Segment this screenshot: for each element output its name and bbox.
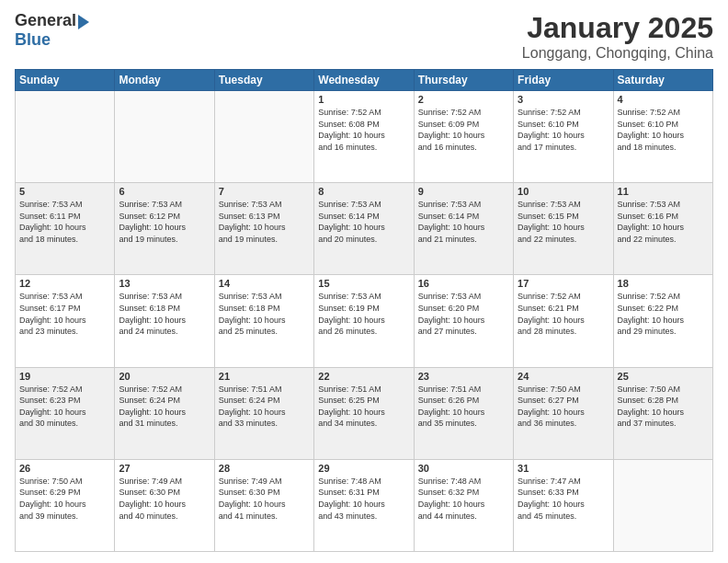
day-info: Sunrise: 7:52 AM Sunset: 6:10 PM Dayligh… xyxy=(618,107,709,153)
day-info: Sunrise: 7:53 AM Sunset: 6:14 PM Dayligh… xyxy=(318,199,409,245)
calendar-cell: 1Sunrise: 7:52 AM Sunset: 6:08 PM Daylig… xyxy=(314,91,414,183)
calendar-cell: 20Sunrise: 7:52 AM Sunset: 6:24 PM Dayli… xyxy=(115,367,214,459)
day-number: 7 xyxy=(219,186,310,197)
header: General Blue January 2025 Longgang, Chon… xyxy=(15,11,713,62)
calendar-cell: 21Sunrise: 7:51 AM Sunset: 6:24 PM Dayli… xyxy=(214,367,313,459)
day-info: Sunrise: 7:52 AM Sunset: 6:09 PM Dayligh… xyxy=(418,107,509,153)
day-info: Sunrise: 7:52 AM Sunset: 6:21 PM Dayligh… xyxy=(518,291,609,337)
day-info: Sunrise: 7:51 AM Sunset: 6:26 PM Dayligh… xyxy=(418,384,509,430)
day-info: Sunrise: 7:53 AM Sunset: 6:20 PM Dayligh… xyxy=(418,291,509,337)
day-number: 11 xyxy=(618,186,709,197)
day-number: 18 xyxy=(618,278,709,289)
day-info: Sunrise: 7:53 AM Sunset: 6:15 PM Dayligh… xyxy=(518,199,609,245)
day-number: 23 xyxy=(418,371,509,382)
day-number: 27 xyxy=(119,463,210,474)
calendar-cell: 26Sunrise: 7:50 AM Sunset: 6:29 PM Dayli… xyxy=(16,459,115,551)
calendar-cell: 27Sunrise: 7:49 AM Sunset: 6:30 PM Dayli… xyxy=(115,459,214,551)
day-number: 19 xyxy=(19,371,110,382)
day-number: 16 xyxy=(418,278,509,289)
day-info: Sunrise: 7:48 AM Sunset: 6:31 PM Dayligh… xyxy=(318,476,409,522)
day-number: 6 xyxy=(119,186,210,197)
calendar-cell: 17Sunrise: 7:52 AM Sunset: 6:21 PM Dayli… xyxy=(514,275,613,367)
calendar-cell: 11Sunrise: 7:53 AM Sunset: 6:16 PM Dayli… xyxy=(613,183,712,275)
week-row-5: 26Sunrise: 7:50 AM Sunset: 6:29 PM Dayli… xyxy=(16,459,713,551)
day-number: 30 xyxy=(418,463,509,474)
day-number: 3 xyxy=(518,94,609,105)
day-info: Sunrise: 7:53 AM Sunset: 6:18 PM Dayligh… xyxy=(219,291,310,337)
day-info: Sunrise: 7:51 AM Sunset: 6:25 PM Dayligh… xyxy=(318,384,409,430)
calendar-cell: 18Sunrise: 7:52 AM Sunset: 6:22 PM Dayli… xyxy=(613,275,712,367)
month-title: January 2025 xyxy=(522,11,713,45)
calendar-cell: 19Sunrise: 7:52 AM Sunset: 6:23 PM Dayli… xyxy=(16,367,115,459)
page: General Blue January 2025 Longgang, Chon… xyxy=(0,0,728,563)
day-info: Sunrise: 7:49 AM Sunset: 6:30 PM Dayligh… xyxy=(219,476,310,522)
header-wednesday: Wednesday xyxy=(314,70,414,91)
logo-blue-text: Blue xyxy=(15,30,51,50)
calendar-table: Sunday Monday Tuesday Wednesday Thursday… xyxy=(15,69,713,552)
day-number: 5 xyxy=(19,186,110,197)
day-info: Sunrise: 7:53 AM Sunset: 6:16 PM Dayligh… xyxy=(618,199,709,245)
calendar-cell: 2Sunrise: 7:52 AM Sunset: 6:09 PM Daylig… xyxy=(414,91,513,183)
calendar-cell: 3Sunrise: 7:52 AM Sunset: 6:10 PM Daylig… xyxy=(514,91,613,183)
calendar-cell: 6Sunrise: 7:53 AM Sunset: 6:12 PM Daylig… xyxy=(115,183,214,275)
day-number: 10 xyxy=(518,186,609,197)
calendar-cell xyxy=(613,459,712,551)
day-number: 26 xyxy=(19,463,110,474)
day-number: 17 xyxy=(518,278,609,289)
calendar-cell: 12Sunrise: 7:53 AM Sunset: 6:17 PM Dayli… xyxy=(16,275,115,367)
day-info: Sunrise: 7:47 AM Sunset: 6:33 PM Dayligh… xyxy=(518,476,609,522)
calendar-cell xyxy=(214,91,313,183)
header-sunday: Sunday xyxy=(16,70,115,91)
calendar-cell: 15Sunrise: 7:53 AM Sunset: 6:19 PM Dayli… xyxy=(314,275,414,367)
header-tuesday: Tuesday xyxy=(214,70,313,91)
calendar-cell: 22Sunrise: 7:51 AM Sunset: 6:25 PM Dayli… xyxy=(314,367,414,459)
day-info: Sunrise: 7:52 AM Sunset: 6:08 PM Dayligh… xyxy=(318,107,409,153)
day-number: 31 xyxy=(518,463,609,474)
day-number: 24 xyxy=(518,371,609,382)
day-info: Sunrise: 7:53 AM Sunset: 6:18 PM Dayligh… xyxy=(119,291,210,337)
day-info: Sunrise: 7:53 AM Sunset: 6:11 PM Dayligh… xyxy=(19,199,110,245)
day-number: 21 xyxy=(219,371,310,382)
logo-general-text: General xyxy=(15,11,76,30)
day-info: Sunrise: 7:53 AM Sunset: 6:14 PM Dayligh… xyxy=(418,199,509,245)
day-info: Sunrise: 7:52 AM Sunset: 6:22 PM Dayligh… xyxy=(618,291,709,337)
calendar-cell: 23Sunrise: 7:51 AM Sunset: 6:26 PM Dayli… xyxy=(414,367,513,459)
day-number: 1 xyxy=(318,94,409,105)
day-number: 14 xyxy=(219,278,310,289)
calendar-cell xyxy=(115,91,214,183)
calendar-cell: 24Sunrise: 7:50 AM Sunset: 6:27 PM Dayli… xyxy=(514,367,613,459)
day-info: Sunrise: 7:50 AM Sunset: 6:29 PM Dayligh… xyxy=(19,476,110,522)
day-info: Sunrise: 7:53 AM Sunset: 6:13 PM Dayligh… xyxy=(219,199,310,245)
calendar-cell: 5Sunrise: 7:53 AM Sunset: 6:11 PM Daylig… xyxy=(16,183,115,275)
day-info: Sunrise: 7:52 AM Sunset: 6:10 PM Dayligh… xyxy=(518,107,609,153)
day-info: Sunrise: 7:48 AM Sunset: 6:32 PM Dayligh… xyxy=(418,476,509,522)
day-info: Sunrise: 7:53 AM Sunset: 6:19 PM Dayligh… xyxy=(318,291,409,337)
day-number: 13 xyxy=(119,278,210,289)
calendar-cell: 7Sunrise: 7:53 AM Sunset: 6:13 PM Daylig… xyxy=(214,183,313,275)
day-number: 29 xyxy=(318,463,409,474)
week-row-1: 1Sunrise: 7:52 AM Sunset: 6:08 PM Daylig… xyxy=(16,91,713,183)
calendar-cell: 10Sunrise: 7:53 AM Sunset: 6:15 PM Dayli… xyxy=(514,183,613,275)
day-info: Sunrise: 7:50 AM Sunset: 6:28 PM Dayligh… xyxy=(618,384,709,430)
location: Longgang, Chongqing, China xyxy=(522,45,713,62)
calendar-cell: 16Sunrise: 7:53 AM Sunset: 6:20 PM Dayli… xyxy=(414,275,513,367)
calendar-cell: 29Sunrise: 7:48 AM Sunset: 6:31 PM Dayli… xyxy=(314,459,414,551)
calendar-cell: 14Sunrise: 7:53 AM Sunset: 6:18 PM Dayli… xyxy=(214,275,313,367)
day-number: 25 xyxy=(618,371,709,382)
calendar-cell xyxy=(16,91,115,183)
calendar-cell: 28Sunrise: 7:49 AM Sunset: 6:30 PM Dayli… xyxy=(214,459,313,551)
day-number: 15 xyxy=(318,278,409,289)
calendar-cell: 4Sunrise: 7:52 AM Sunset: 6:10 PM Daylig… xyxy=(613,91,712,183)
day-info: Sunrise: 7:53 AM Sunset: 6:17 PM Dayligh… xyxy=(19,291,110,337)
calendar-cell: 13Sunrise: 7:53 AM Sunset: 6:18 PM Dayli… xyxy=(115,275,214,367)
header-thursday: Thursday xyxy=(414,70,513,91)
day-number: 2 xyxy=(418,94,509,105)
calendar-cell: 9Sunrise: 7:53 AM Sunset: 6:14 PM Daylig… xyxy=(414,183,513,275)
day-number: 12 xyxy=(19,278,110,289)
calendar-cell: 31Sunrise: 7:47 AM Sunset: 6:33 PM Dayli… xyxy=(514,459,613,551)
header-monday: Monday xyxy=(115,70,214,91)
calendar-cell: 30Sunrise: 7:48 AM Sunset: 6:32 PM Dayli… xyxy=(414,459,513,551)
week-row-4: 19Sunrise: 7:52 AM Sunset: 6:23 PM Dayli… xyxy=(16,367,713,459)
day-number: 8 xyxy=(318,186,409,197)
day-number: 28 xyxy=(219,463,310,474)
